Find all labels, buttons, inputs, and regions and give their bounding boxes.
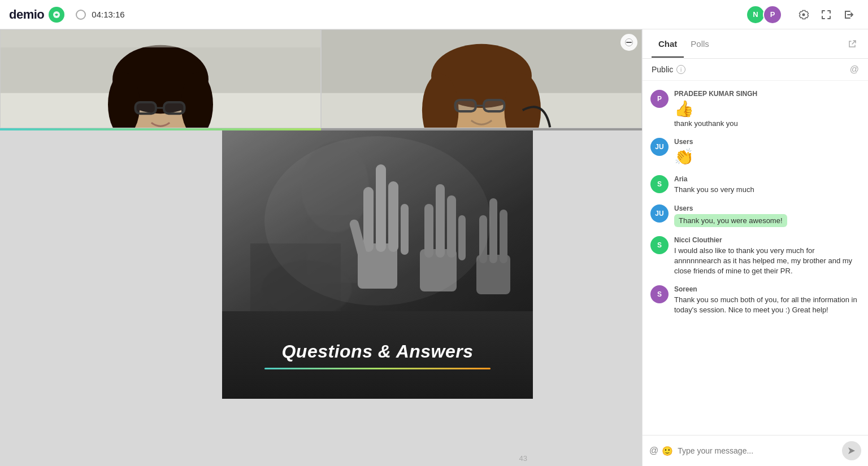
chat-messages: P PRADEEP KUMAR SINGH 👍thank youthank yo…	[643, 81, 868, 435]
msg-name: Soreen	[674, 285, 860, 293]
msg-avatar: S	[650, 236, 669, 254]
chat-send-button[interactable]	[842, 441, 861, 460]
chat-panel: Chat Polls Public i @ P PRADEEP KUMAR SI…	[642, 29, 868, 466]
logo-icon	[49, 7, 64, 23]
msg-text: Thank you so much both of you, for all t…	[674, 295, 860, 315]
msg-avatar: S	[650, 285, 669, 303]
logo-area: demio	[9, 7, 64, 23]
chat-input[interactable]	[678, 446, 837, 455]
settings-button[interactable]	[793, 5, 814, 25]
msg-name: PRADEEP KUMAR SINGH	[674, 90, 860, 98]
msg-text: I would also like to thank you very much…	[674, 246, 860, 277]
video-feed-2	[321, 29, 642, 128]
msg-avatar: JU	[650, 204, 669, 223]
info-icon[interactable]: i	[676, 65, 685, 74]
slide-title: Questions & Answers	[281, 341, 473, 362]
msg-avatar: S	[650, 175, 669, 193]
msg-name: Aria	[674, 175, 860, 183]
timer: 04:13:16	[92, 10, 124, 19]
slide-image	[222, 130, 533, 311]
avatar-group: N P	[746, 5, 782, 24]
msg-name: Users	[674, 138, 860, 146]
msg-body: PRADEEP KUMAR SINGH 👍thank youthank you	[674, 90, 860, 129]
chat-message: S Nicci Clouthier I would also like to t…	[643, 232, 868, 281]
emoji-input-icon[interactable]: 🙂	[662, 446, 673, 456]
video-feed-1	[0, 29, 321, 128]
svg-point-47	[264, 136, 491, 306]
svg-rect-12	[164, 102, 184, 114]
msg-extra-text: thank youthank you	[674, 119, 860, 129]
svg-rect-11	[136, 102, 156, 114]
avatar-p[interactable]: P	[763, 5, 782, 24]
chat-message: S Soreen Thank you so much both of you, …	[643, 281, 868, 320]
msg-avatar: JU	[650, 138, 669, 156]
msg-body: Soreen Thank you so much both of you, fo…	[674, 285, 860, 315]
minimize-button[interactable]	[620, 34, 637, 51]
chat-message: P PRADEEP KUMAR SINGH 👍thank youthank yo…	[643, 85, 868, 133]
msg-name: Users	[674, 204, 860, 212]
video-area: Questions & Answers 43	[0, 29, 642, 466]
topbar: demio 04:13:16 N P	[0, 0, 868, 29]
avatar-n[interactable]: N	[746, 5, 765, 24]
msg-text: Thank you so very much	[674, 185, 860, 195]
svg-rect-24	[484, 100, 504, 111]
slide-underline	[264, 368, 491, 369]
recording-indicator	[76, 10, 86, 20]
fullscreen-button[interactable]	[816, 5, 836, 25]
main-content: Questions & Answers 43 Chat Polls Public…	[0, 29, 868, 466]
chat-filter: Public i @	[643, 59, 868, 81]
tab-chat[interactable]: Chat	[652, 31, 684, 58]
msg-body: Users 👏	[674, 138, 860, 167]
at-input-icon[interactable]: @	[649, 446, 658, 456]
msg-body: Aria Thank you so very much	[674, 175, 860, 195]
slide-number: 43	[519, 454, 527, 463]
external-link-icon[interactable]	[845, 37, 859, 51]
msg-emoji: 👏	[674, 147, 860, 167]
chat-message: S Aria Thank you so very much	[643, 171, 868, 199]
msg-body: Users Thank you, you were awesome!	[674, 204, 860, 227]
svg-rect-14	[1, 30, 320, 47]
tab-polls[interactable]: Polls	[684, 31, 716, 58]
svg-rect-23	[455, 100, 476, 111]
msg-body: Nicci Clouthier I would also like to tha…	[674, 236, 860, 277]
slide-container: Questions & Answers 43	[222, 130, 533, 466]
slide-area: Questions & Answers 43	[0, 130, 642, 466]
msg-avatar: P	[650, 90, 669, 108]
chat-message: JU Users 👏	[643, 133, 868, 171]
video-feeds	[0, 29, 642, 128]
slide-bottom: Questions & Answers	[222, 311, 533, 399]
chat-tabs: Chat Polls	[643, 29, 868, 59]
msg-name: Nicci Clouthier	[674, 236, 860, 244]
exit-button[interactable]	[839, 5, 859, 25]
msg-text: Thank you, you were awesome!	[674, 214, 860, 227]
at-filter-icon[interactable]: @	[850, 64, 859, 75]
public-label: Public	[652, 65, 673, 74]
msg-emoji: 👍	[674, 99, 860, 119]
chat-input-icons: @ 🙂	[649, 446, 673, 456]
chat-message: JU Users Thank you, you were awesome!	[643, 200, 868, 232]
chat-input-area: @ 🙂	[643, 435, 868, 466]
logo-text: demio	[9, 7, 44, 22]
